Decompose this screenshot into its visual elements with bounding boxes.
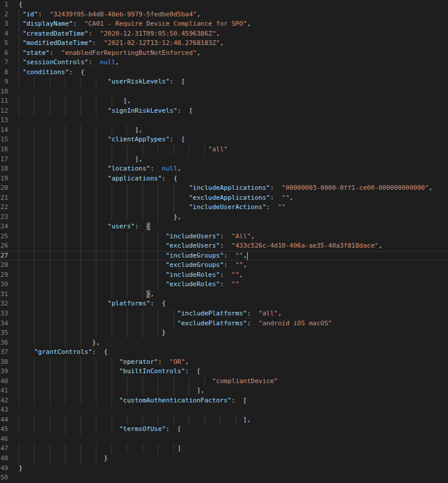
indent-guide	[81, 444, 81, 454]
indent-guide	[112, 260, 112, 270]
indent-guide	[189, 415, 189, 425]
code-line[interactable]: 23 },	[0, 213, 448, 223]
code-line[interactable]: 14 ],	[0, 126, 448, 135]
code-line[interactable]: 35 }	[0, 328, 448, 338]
indent-guide	[50, 135, 50, 145]
code-line[interactable]: 29 "includeRoles": "",	[0, 270, 448, 280]
code-line[interactable]: 21 "excludeApplications": "",	[0, 193, 448, 203]
code-line[interactable]: 47 ]	[0, 444, 448, 454]
code-line[interactable]: 44 ],	[0, 415, 448, 425]
code-line[interactable]: 42 "customAuthenticationFactors": [	[0, 396, 448, 406]
indent-guide	[19, 338, 19, 348]
token: "All"	[224, 232, 251, 240]
token: "applications"	[107, 175, 162, 182]
code-line[interactable]: 46	[0, 435, 448, 444]
code-line[interactable]: 12 "signInRiskLevels": [	[0, 106, 448, 116]
code-line[interactable]: 36 },	[0, 338, 448, 348]
code-line[interactable]: 18 "locations": null,	[0, 164, 448, 174]
code-line[interactable]: 3 "displayName": "CA01 - Require Device …	[0, 19, 448, 29]
code-line[interactable]: 24 "users": {	[0, 222, 448, 232]
code-line[interactable]: 41 ],	[0, 386, 448, 396]
indent-guide	[50, 183, 50, 193]
code-line[interactable]: 4 "createdDateTime": "2020-12-31T09:05:5…	[0, 29, 448, 39]
indent-guide	[34, 213, 34, 223]
code-line[interactable]: 43	[0, 405, 448, 415]
code-line[interactable]: 30 "excludeRoles": ""	[0, 280, 448, 290]
indent-guide	[65, 164, 65, 174]
code-line[interactable]: 37 "grantControls": {	[0, 348, 448, 357]
indent-guide	[19, 319, 19, 329]
indent-guide	[173, 183, 174, 193]
code-line[interactable]: 13	[0, 116, 448, 126]
indent-guide	[112, 415, 112, 425]
indent-guide	[81, 183, 81, 193]
code-line[interactable]: 45 "termsOfUse": [	[0, 425, 448, 435]
code-line[interactable]: 5 "modifiedDateTime": "2021-02-12T13:12:…	[0, 39, 448, 48]
code-line[interactable]: 22 "includeUserActions": ""	[0, 203, 448, 213]
code-line[interactable]: 31 },	[0, 290, 448, 300]
code-line[interactable]: 1{	[0, 0, 448, 10]
token: ,	[197, 11, 201, 18]
code-line[interactable]: 7 "sessionControls": null,	[0, 58, 448, 68]
code-line[interactable]: 16 "all"	[0, 145, 448, 155]
code-line[interactable]: 34 "excludePlatforms": "android iOS macO…	[0, 319, 448, 329]
token: "userRiskLevels"	[107, 78, 169, 85]
indent-guide	[50, 241, 50, 251]
code-line[interactable]: 6 "state": "enabledForReportingButNotEnf…	[0, 48, 448, 58]
indent-guide	[34, 126, 34, 135]
indent-guide	[65, 444, 65, 454]
code-line[interactable]: 50	[0, 473, 448, 483]
indent-guide	[96, 251, 96, 261]
code-line[interactable]: 10	[0, 87, 448, 97]
indent-guide	[19, 77, 19, 87]
indent-guide	[34, 328, 34, 338]
code-line[interactable]: 28 "excludeGroups": "",	[0, 260, 448, 270]
code-line[interactable]: 9 "userRiskLevels": [	[0, 77, 448, 87]
token: "includeUsers"	[166, 232, 220, 240]
code-line[interactable]: 2 "id": "32439f05-b4d8-48eb-9979-5fedbe0…	[0, 10, 448, 20]
indent-guide	[81, 241, 81, 251]
token: ""	[224, 280, 239, 288]
code-content: "conditions": {	[19, 68, 85, 78]
code-line[interactable]: 20 "includeApplications": "00000003-0000…	[0, 183, 448, 193]
indent-guide	[96, 135, 96, 145]
indent-guide	[34, 309, 34, 319]
indent-guide	[50, 164, 50, 174]
code-line[interactable]: 26 "excludeUsers": "433c526c-4d10-406a-a…	[0, 241, 448, 251]
token: ""	[224, 271, 239, 279]
indent-guide	[158, 319, 158, 329]
code-line[interactable]: 49}	[0, 464, 448, 474]
indent-guide	[19, 96, 19, 106]
code-content: "locations": null,	[19, 164, 181, 174]
indent-guide	[81, 338, 81, 348]
code-line[interactable]: 8 "conditions": {	[0, 68, 448, 78]
indent-guide	[127, 290, 127, 300]
indent-guide	[65, 251, 65, 261]
code-line[interactable]: 19 "applications": {	[0, 174, 448, 184]
indent-guide	[65, 183, 65, 193]
code-line[interactable]: 33 "includePlatforms": "all",	[0, 309, 448, 319]
code-line[interactable]: 11 ],	[0, 96, 448, 106]
indent-guide	[65, 213, 65, 223]
code-line[interactable]: 32 "platforms": {	[0, 299, 448, 309]
code-line[interactable]: 38 "operator": "OR",	[0, 357, 448, 367]
code-line[interactable]: 40 "compliantDevice"	[0, 377, 448, 387]
token: ,	[197, 49, 201, 57]
code-line[interactable]: 48 }	[0, 454, 448, 464]
code-line[interactable]: 27 "includeGroups": "",	[0, 251, 448, 261]
code-editor[interactable]: 1{2 "id": "32439f05-b4d8-48eb-9979-5fedb…	[0, 0, 448, 483]
code-content: "excludeUsers": "433c526c-4d10-406a-ae35…	[19, 241, 383, 251]
code-line[interactable]: 25 "includeUsers": "All",	[0, 232, 448, 242]
code-line[interactable]: 15 "clientAppTypes": [	[0, 135, 448, 145]
code-line[interactable]: 39 "builtInControls": [	[0, 367, 448, 377]
code-line[interactable]: 17 ],	[0, 155, 448, 165]
indent-guide	[173, 386, 174, 396]
indent-guide	[96, 299, 96, 309]
indent-guide	[127, 183, 127, 193]
indent-guide	[173, 309, 174, 319]
indent-guide	[50, 386, 50, 396]
indent-guide	[173, 319, 174, 329]
token: "includeGroups"	[166, 252, 224, 259]
line-number: 17	[0, 155, 8, 165]
token: "grantControls"	[34, 348, 92, 356]
